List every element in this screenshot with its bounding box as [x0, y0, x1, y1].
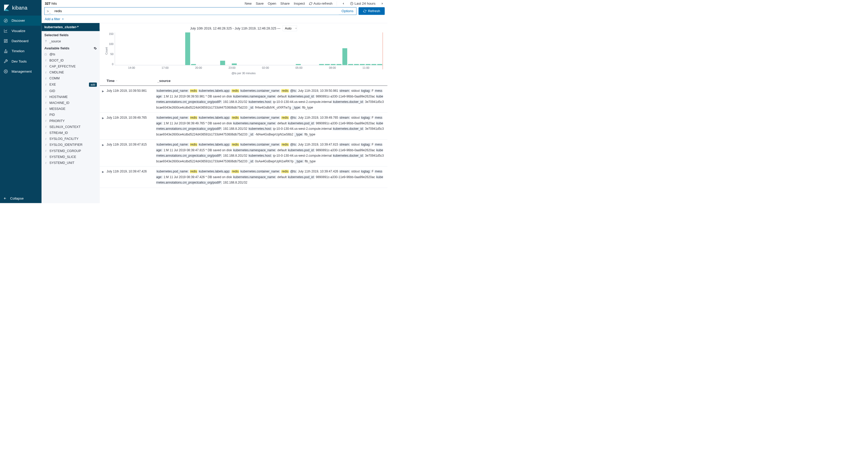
- results-area: July 10th 2019, 12:46:28.325 - July 11th…: [100, 23, 388, 203]
- field-item-message[interactable]: tMESSAGE: [41, 106, 100, 112]
- time-next-button[interactable]: [380, 2, 385, 5]
- sidebar-item-dev-tools[interactable]: Dev Tools: [0, 56, 41, 66]
- add-filter-link[interactable]: Add a filter: [41, 17, 388, 23]
- field-item-selinux_context[interactable]: tSELINUX_CONTEXT: [41, 124, 100, 130]
- search-box[interactable]: >_ Options: [44, 7, 356, 15]
- inspect-action[interactable]: Inspect: [294, 2, 305, 5]
- field-name: SYSLOG_IDENTIFIER: [49, 143, 83, 147]
- field-type-icon: t: [44, 59, 47, 62]
- sidebar-item-visualize[interactable]: Visualize: [0, 26, 41, 36]
- field-item-syslog_facility[interactable]: tSYSLOG_FACILITY: [41, 136, 100, 142]
- plus-icon: [61, 18, 64, 21]
- chart-bar[interactable]: [296, 64, 301, 65]
- add-field-button[interactable]: add: [89, 83, 97, 87]
- chart-bar[interactable]: [220, 61, 225, 65]
- chart-bar[interactable]: [342, 48, 347, 65]
- save-action[interactable]: Save: [256, 2, 264, 5]
- chart-bar[interactable]: [377, 64, 382, 65]
- sidebar-item-dashboard[interactable]: Dashboard: [0, 36, 41, 46]
- chart-bar[interactable]: [366, 64, 370, 65]
- field-item-stream_id[interactable]: tSTREAM_ID: [41, 130, 100, 136]
- expand-row-button[interactable]: ▶: [102, 88, 107, 110]
- chart-bar[interactable]: [348, 64, 353, 65]
- field-item-cap_effective[interactable]: tCAP_EFFECTIVE: [41, 64, 100, 69]
- field-item-hostname[interactable]: tHOSTNAME: [41, 94, 100, 100]
- field-item-syslog_identifier[interactable]: tSYSLOG_IDENTIFIER: [41, 142, 100, 148]
- index-pattern-selector[interactable]: kubernetes_cluster-*: [41, 23, 100, 31]
- field-item-cmdline[interactable]: tCMDLINE: [41, 69, 100, 76]
- field-name: SYSTEMD_SLICE: [49, 155, 76, 159]
- chart-bar[interactable]: [354, 64, 359, 65]
- sidebar-item-timelion[interactable]: Timelion: [0, 46, 41, 56]
- doc-row: ▶July 11th 2019, 10:39:50.981kubernetes.…: [100, 86, 388, 113]
- time-prev-button[interactable]: [341, 2, 346, 5]
- field-name: SYSTEMD_UNIT: [49, 161, 74, 165]
- chart-bar[interactable]: [360, 64, 365, 65]
- column-source[interactable]: _source: [156, 79, 387, 83]
- field-item-_source[interactable]: ?_source: [41, 38, 100, 44]
- chart-bar[interactable]: [185, 32, 190, 65]
- discover-icon: [3, 18, 8, 23]
- auto-refresh-action[interactable]: Auto-refresh: [309, 2, 333, 5]
- selected-fields-header: Selected fields: [41, 31, 100, 38]
- field-item-@ts[interactable]: @ts: [41, 52, 100, 57]
- chart-bar[interactable]: [331, 64, 336, 65]
- fields-panel: kubernetes_cluster-* Selected fields ?_s…: [41, 23, 100, 203]
- gear-icon[interactable]: [94, 47, 97, 50]
- doc-time: July 11th 2019, 10:39:47.426: [106, 169, 156, 186]
- field-item-systemd_slice[interactable]: tSYSTEMD_SLICE: [41, 154, 100, 160]
- field-item-gid[interactable]: tGID: [41, 88, 100, 94]
- time-range-picker[interactable]: Last 24 hours: [350, 2, 375, 5]
- doc-source: kubernetes.pod_name: redis kubernetes.la…: [156, 88, 387, 110]
- chart-ylabel: Count: [104, 32, 109, 69]
- field-type-icon: ?: [44, 40, 47, 43]
- svg-rect-2: [4, 39, 5, 41]
- field-item-comm[interactable]: tCOMM: [41, 76, 100, 81]
- field-name: MESSAGE: [49, 107, 65, 111]
- search-input[interactable]: [53, 7, 339, 15]
- field-type-icon: t: [44, 65, 47, 68]
- sort-down-icon: [116, 80, 118, 82]
- expand-row-button[interactable]: ▶: [102, 169, 107, 186]
- chart-bar[interactable]: [325, 64, 330, 65]
- field-item-systemd_unit[interactable]: tSYSTEMD_UNIT: [41, 160, 100, 166]
- sidebar-collapse[interactable]: Collapse: [0, 194, 41, 203]
- chart-bar[interactable]: [232, 64, 237, 65]
- kibana-logo[interactable]: kibana: [0, 0, 41, 16]
- search-options-link[interactable]: Options: [339, 9, 356, 13]
- field-item-machine_id[interactable]: tMACHINE_ID: [41, 100, 100, 106]
- field-item-boot_id[interactable]: tBOOT_ID: [41, 57, 100, 63]
- share-action[interactable]: Share: [280, 2, 289, 5]
- field-name: BOOT_ID: [49, 59, 64, 62]
- field-item-exe[interactable]: tEXEadd: [41, 81, 100, 88]
- chart-bar[interactable]: [371, 64, 376, 65]
- field-item-priority[interactable]: tPRIORITY: [41, 118, 100, 124]
- chart-bar[interactable]: [337, 64, 342, 65]
- clock-icon: [350, 2, 353, 5]
- new-action[interactable]: New: [245, 2, 252, 5]
- search-prefix-icon: >_: [44, 8, 53, 15]
- field-type-icon: t: [44, 101, 47, 105]
- chart-bar[interactable]: [191, 64, 196, 65]
- field-item-pid[interactable]: tPID: [41, 112, 100, 118]
- expand-row-button[interactable]: ▶: [102, 142, 107, 164]
- doc-time: July 11th 2019, 10:39:47.815: [106, 142, 156, 164]
- timelion-icon: [3, 49, 8, 54]
- svg-rect-5: [4, 41, 5, 42]
- chart-bar[interactable]: [319, 64, 324, 65]
- arrow-left-icon: [3, 197, 6, 200]
- open-action[interactable]: Open: [268, 2, 276, 5]
- field-type-icon: t: [44, 113, 47, 116]
- interval-select[interactable]: Auto: [283, 25, 297, 31]
- field-type-icon: t: [44, 155, 47, 159]
- top-actions: New Save Open Share Inspect Auto-refresh…: [245, 1, 388, 6]
- chart-header: July 10th 2019, 12:46:28.325 - July 11th…: [100, 23, 388, 32]
- refresh-button[interactable]: Refresh: [359, 7, 385, 15]
- expand-row-button[interactable]: ▶: [102, 115, 107, 137]
- field-item-systemd_cgroup[interactable]: tSYSTEMD_CGROUP: [41, 148, 100, 154]
- sidebar-item-management[interactable]: Management: [0, 66, 41, 77]
- sidebar-item-discover[interactable]: Discover: [0, 16, 41, 26]
- dev-tools-icon: [3, 59, 8, 64]
- histogram-chart[interactable]: Count 150100500 14:0017:0020:0023:0002:0…: [100, 32, 388, 72]
- column-time[interactable]: Time: [106, 79, 156, 83]
